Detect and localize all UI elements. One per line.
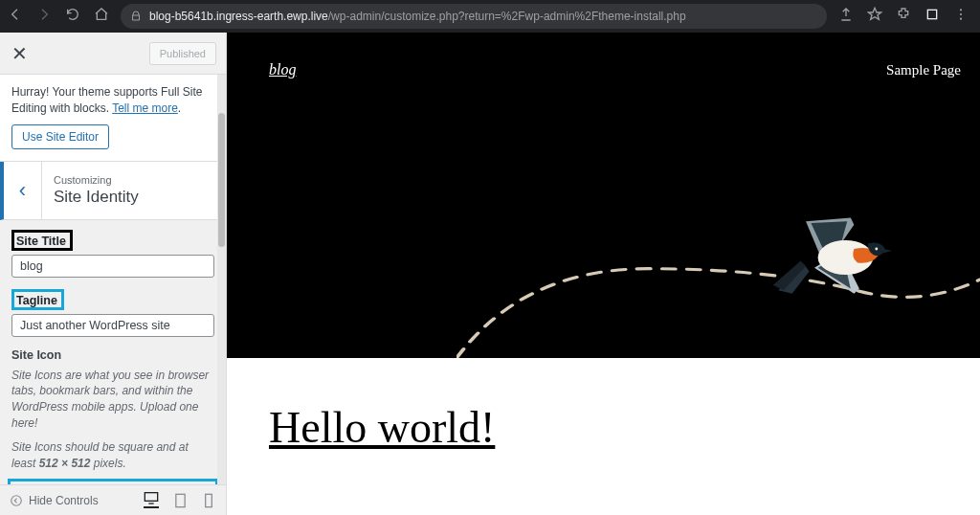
svg-rect-5 (145, 493, 157, 502)
close-icon[interactable]: ✕ (10, 44, 29, 63)
fse-notice: Hurray! Your theme supports Full Site Ed… (0, 75, 226, 162)
hero-section: blog Sample Page (227, 33, 980, 358)
customizer-footer: Hide Controls (0, 484, 226, 515)
back-icon[interactable] (8, 7, 23, 26)
svg-point-1 (960, 9, 962, 11)
scrollbar-thumb[interactable] (218, 113, 225, 247)
section-header: Customizing Site Identity (0, 162, 226, 220)
tagline-control: Tagline (11, 289, 214, 337)
site-preview: blog Sample Page (227, 33, 980, 515)
customizer-header: ✕ Published (0, 33, 226, 75)
tagline-input[interactable] (11, 314, 214, 337)
device-mobile-button[interactable] (201, 493, 216, 508)
back-button[interactable] (4, 162, 42, 219)
section-title: Site Identity (54, 188, 139, 207)
hide-controls-button[interactable]: Hide Controls (10, 494, 99, 507)
site-title-label: Site Title (11, 230, 73, 251)
svg-rect-6 (175, 494, 184, 506)
site-icon-control: Site Icon Site Icons are what you see in… (11, 348, 214, 484)
site-icon-desc-2: Site Icons should be square and at least… (11, 439, 214, 472)
device-desktop-button[interactable] (144, 493, 159, 508)
reload-icon[interactable] (65, 7, 80, 26)
lock-icon (130, 11, 142, 22)
url-domain: blog-b5641b.ingress-earth.ewp.live/wp-ad… (149, 10, 686, 23)
svg-point-9 (875, 248, 878, 251)
bird-illustration (769, 214, 894, 301)
home-icon[interactable] (94, 7, 109, 26)
address-bar[interactable]: blog-b5641b.ingress-earth.ewp.live/wp-ad… (121, 4, 827, 29)
svg-rect-7 (206, 494, 212, 506)
use-site-editor-button[interactable]: Use Site Editor (11, 124, 109, 149)
section-subtitle: Customizing (54, 174, 139, 186)
post-area: Hello world! (227, 358, 980, 453)
chevron-left-icon (10, 494, 23, 507)
site-icon-heading: Site Icon (11, 348, 214, 362)
site-icon-desc-1: Site Icons are what you see in browser t… (11, 368, 214, 432)
site-title-input[interactable] (11, 255, 214, 278)
bookmark-icon[interactable] (867, 7, 882, 26)
fse-learn-more-link[interactable]: Tell me more (112, 101, 178, 115)
publish-button[interactable]: Published (149, 42, 216, 65)
device-tablet-button[interactable] (172, 493, 188, 508)
browser-toolbar: blog-b5641b.ingress-earth.ewp.live/wp-ad… (0, 0, 980, 33)
profile-icon[interactable] (924, 7, 940, 26)
post-title[interactable]: Hello world! (269, 402, 938, 453)
tagline-label: Tagline (11, 289, 64, 310)
forward-icon[interactable] (36, 7, 52, 26)
extensions-icon[interactable] (896, 7, 911, 26)
svg-point-2 (960, 13, 962, 15)
share-icon[interactable] (838, 7, 854, 26)
preview-site-title[interactable]: blog (269, 61, 296, 78)
svg-rect-0 (927, 10, 936, 18)
svg-point-4 (11, 495, 22, 505)
customizer-panel: ✕ Published Hurray! Your theme supports … (0, 33, 227, 515)
svg-point-3 (960, 18, 962, 20)
flight-path-decoration (457, 224, 980, 358)
menu-icon[interactable] (953, 7, 969, 26)
site-title-control: Site Title (11, 230, 214, 278)
preview-nav-link[interactable]: Sample Page (886, 62, 961, 78)
